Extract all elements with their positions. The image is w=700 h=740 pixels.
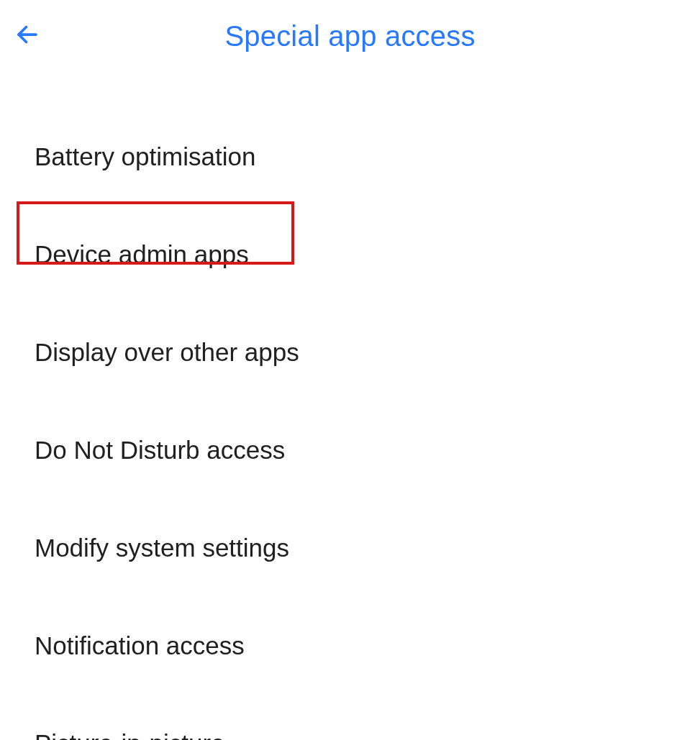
back-button[interactable] <box>13 22 42 50</box>
list-item-display-over-other-apps[interactable]: Display over other apps <box>0 303 700 401</box>
list-item-notification-access[interactable]: Notification access <box>0 597 700 695</box>
page-title: Special app access <box>0 20 700 52</box>
list-item-label: Battery optimisation <box>35 142 255 170</box>
list-item-picture-in-picture[interactable]: Picture-in-picture <box>0 695 700 740</box>
list-item-device-admin-apps[interactable]: Device admin apps <box>0 206 700 303</box>
list-item-label: Do Not Disturb access <box>35 436 285 464</box>
list-item-battery-optimisation[interactable]: Battery optimisation <box>0 108 700 206</box>
settings-list: Battery optimisation Device admin apps D… <box>0 72 700 740</box>
list-item-label: Display over other apps <box>35 338 299 366</box>
list-item-label: Device admin apps <box>35 240 249 268</box>
list-item-label: Picture-in-picture <box>35 729 225 740</box>
list-item-modify-system-settings[interactable]: Modify system settings <box>0 499 700 597</box>
list-item-label: Modify system settings <box>35 534 289 562</box>
arrow-left-icon <box>14 22 40 50</box>
list-item-do-not-disturb-access[interactable]: Do Not Disturb access <box>0 401 700 499</box>
list-item-label: Notification access <box>35 631 245 659</box>
header: Special app access <box>0 0 700 72</box>
